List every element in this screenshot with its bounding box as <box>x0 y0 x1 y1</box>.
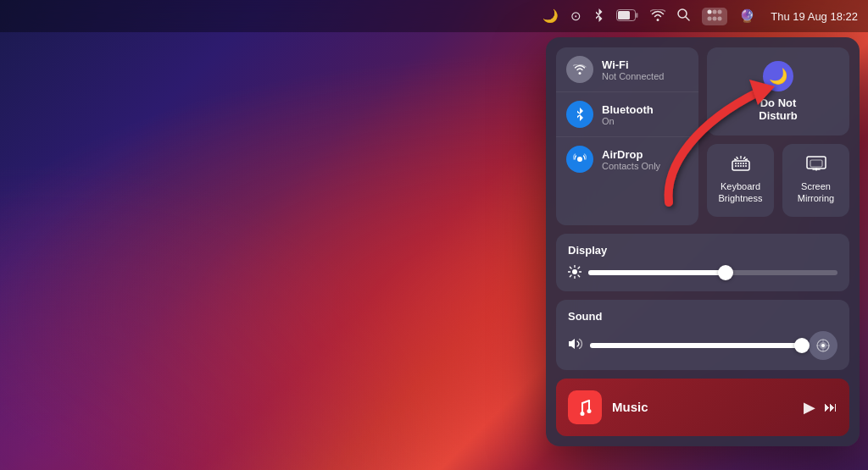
svg-line-24 <box>737 158 738 159</box>
display-section: Display <box>556 234 849 291</box>
bluetooth-text: Bluetooth On <box>602 103 654 126</box>
svg-point-44 <box>587 409 592 413</box>
svg-rect-2 <box>618 11 630 19</box>
svg-line-4 <box>686 17 689 20</box>
svg-point-6 <box>713 9 717 14</box>
svg-point-11 <box>577 157 582 162</box>
dnd-label: Do NotDisturb <box>759 97 798 122</box>
svg-line-38 <box>578 275 580 277</box>
right-column: 🌙 Do NotDisturb <box>707 47 849 217</box>
sound-volume-fill <box>590 343 802 348</box>
airdrop-name: AirDrop <box>602 148 660 161</box>
sound-volume-thumb <box>794 338 810 353</box>
keyboard-brightness-button[interactable]: KeyboardBrightness <box>707 144 774 217</box>
svg-point-8 <box>708 16 712 20</box>
svg-point-9 <box>713 16 717 20</box>
music-skip-button[interactable]: ⏭ <box>824 400 837 415</box>
battery-icon[interactable] <box>616 9 638 24</box>
small-buttons-row: KeyboardBrightness ScreenMirroring <box>707 144 849 217</box>
display-brightness-thumb <box>718 265 733 280</box>
screen-mirroring-button[interactable]: ScreenMirroring <box>782 144 849 217</box>
search-icon[interactable] <box>677 8 690 24</box>
bluetooth-item-icon <box>566 101 593 128</box>
music-app-icon <box>568 390 602 424</box>
globe-icon[interactable]: ⊙ <box>570 8 581 24</box>
menubar-icons: 🌙 ⊙ <box>542 8 858 25</box>
svg-line-27 <box>745 159 747 160</box>
bluetooth-status: On <box>602 116 654 126</box>
wifi-item-icon <box>566 56 593 83</box>
menubar-time: Thu 19 Aug 18:22 <box>771 10 858 23</box>
svg-line-39 <box>578 267 580 268</box>
control-center-panel: Wi-Fi Not Connected Bluetooth On <box>546 37 860 446</box>
svg-line-25 <box>743 158 745 159</box>
airdrop-status: Contacts Only <box>602 161 660 171</box>
sound-label: Sound <box>568 310 837 323</box>
screen-mirroring-label: ScreenMirroring <box>798 180 834 205</box>
wifi-text: Wi-Fi Not Connected <box>602 58 664 81</box>
svg-point-32 <box>572 269 577 274</box>
display-label: Display <box>568 244 837 257</box>
brightness-icon <box>568 265 581 281</box>
svg-point-45 <box>581 412 585 416</box>
dnd-panel[interactable]: 🌙 Do NotDisturb <box>707 47 849 135</box>
airdrop-item-icon <box>566 146 593 173</box>
top-grid: Wi-Fi Not Connected Bluetooth On <box>556 47 849 225</box>
airdrop-text: AirDrop Contacts Only <box>602 148 660 171</box>
keyboard-brightness-label: KeyboardBrightness <box>719 180 763 205</box>
moon-icon[interactable]: 🌙 <box>542 8 559 24</box>
wifi-item[interactable]: Wi-Fi Not Connected <box>556 47 698 92</box>
svg-line-26 <box>734 159 736 160</box>
sound-section: Sound <box>556 300 849 370</box>
music-play-button[interactable]: ▶ <box>804 398 815 417</box>
volume-icon <box>568 337 583 353</box>
music-section: Music ▶ ⏭ <box>556 379 849 436</box>
sound-output-button[interactable] <box>809 331 837 360</box>
svg-point-10 <box>718 16 722 20</box>
bluetooth-name: Bluetooth <box>602 103 654 116</box>
music-controls: ▶ ⏭ <box>804 398 837 417</box>
screen-mirroring-icon <box>806 156 826 175</box>
bluetooth-item[interactable]: Bluetooth On <box>556 92 698 137</box>
dnd-icon: 🌙 <box>763 61 793 91</box>
display-brightness-slider[interactable] <box>588 270 837 275</box>
keyboard-brightness-icon <box>732 156 750 175</box>
display-brightness-fill <box>588 270 726 275</box>
svg-line-40 <box>570 275 571 277</box>
music-title: Music <box>612 400 793 414</box>
svg-point-43 <box>821 344 825 347</box>
wifi-icon[interactable] <box>650 9 665 24</box>
svg-rect-1 <box>636 13 638 18</box>
menubar: 🌙 ⊙ <box>0 0 868 32</box>
wifi-name: Wi-Fi <box>602 58 664 71</box>
bluetooth-icon[interactable] <box>593 8 604 25</box>
svg-rect-29 <box>810 160 822 167</box>
svg-line-37 <box>570 267 571 268</box>
svg-point-5 <box>708 9 712 14</box>
wifi-status: Not Connected <box>602 71 664 81</box>
sound-row <box>568 331 837 360</box>
display-slider-row <box>568 265 837 281</box>
svg-point-7 <box>718 9 722 14</box>
airdrop-item[interactable]: AirDrop Contacts Only <box>556 137 698 181</box>
sound-volume-slider[interactable] <box>590 343 802 348</box>
connectivity-panel: Wi-Fi Not Connected Bluetooth On <box>556 47 698 225</box>
siri-icon[interactable]: 🔮 <box>739 8 755 24</box>
control-center-icon[interactable] <box>702 8 727 25</box>
